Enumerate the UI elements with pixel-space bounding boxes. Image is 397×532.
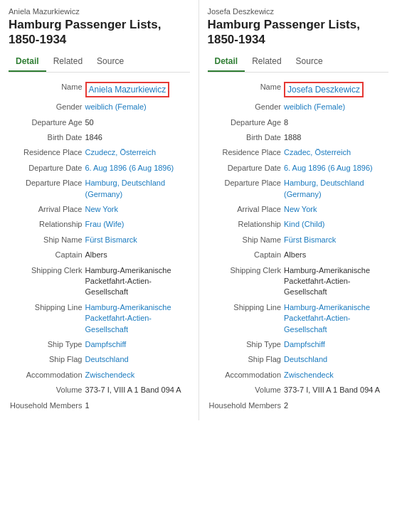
field-label: Relationship xyxy=(9,217,84,232)
table-row: Departure Date6. Aug 1896 (6 Aug 1896) xyxy=(9,161,190,176)
field-label: Volume xyxy=(9,383,84,398)
tab-source[interactable]: Source xyxy=(90,53,131,72)
field-label: Shipping Line xyxy=(208,300,283,337)
tab-source[interactable]: Source xyxy=(289,53,330,72)
field-label: Shipping Line xyxy=(9,300,84,337)
field-label: Gender xyxy=(208,100,283,115)
panel-0: Aniela MazurkiewiczHamburg Passenger Lis… xyxy=(0,0,199,420)
field-label: Relationship xyxy=(208,217,283,232)
field-value[interactable]: weiblich (Female) xyxy=(84,100,190,115)
field-value[interactable]: New York xyxy=(84,202,190,217)
table-row: RelationshipFrau (Wife) xyxy=(9,217,190,232)
field-label: Shipping Clerk xyxy=(9,263,84,300)
field-value[interactable]: Fürst Bismarck xyxy=(84,233,190,248)
field-value[interactable]: Czudecz, Österreich xyxy=(84,145,190,160)
field-label: Ship Type xyxy=(208,337,283,352)
field-value[interactable]: Zwischendeck xyxy=(84,368,190,383)
field-label: Arrival Place xyxy=(9,202,84,217)
table-row: Volume373-7 I, VIII A 1 Band 094 A xyxy=(208,383,389,398)
table-row: Ship TypeDampfschiff xyxy=(208,337,389,352)
field-label: Birth Date xyxy=(208,130,283,145)
table-row: Shipping LineHamburg-Amerikanische Packe… xyxy=(208,300,389,337)
table-row: Arrival PlaceNew York xyxy=(9,202,190,217)
field-value: 373-7 I, VIII A 1 Band 094 A xyxy=(282,383,388,398)
field-label: Arrival Place xyxy=(208,202,283,217)
table-row: RelationshipKind (Child) xyxy=(208,217,389,232)
table-row: Ship FlagDeutschland xyxy=(208,352,389,367)
field-value[interactable]: Frau (Wife) xyxy=(84,217,190,232)
table-row: Departure Age8 xyxy=(208,115,389,130)
field-value[interactable]: 6. Aug 1896 (6 Aug 1896) xyxy=(282,161,388,176)
main-container: Aniela MazurkiewiczHamburg Passenger Lis… xyxy=(0,0,397,420)
table-row: Ship TypeDampfschiff xyxy=(9,337,190,352)
field-value: 2 xyxy=(282,398,388,413)
field-label: Departure Date xyxy=(9,161,84,176)
name-link[interactable]: Josefa Deszkewicz xyxy=(284,82,364,98)
person-name-small: Josefa Deszkewicz xyxy=(208,7,389,16)
table-row: AccommodationZwischendeck xyxy=(9,368,190,383)
table-row: Departure Date6. Aug 1896 (6 Aug 1896) xyxy=(208,161,389,176)
field-value[interactable]: Hamburg, Deutschland (Germany) xyxy=(84,176,190,202)
field-label: Ship Type xyxy=(9,337,84,352)
person-name-small: Aniela Mazurkiewicz xyxy=(9,7,190,16)
table-row: Birth Date1888 xyxy=(208,130,389,145)
field-value: 373-7 I, VIII A 1 Band 094 A xyxy=(84,383,190,398)
field-value[interactable]: Czadec, Österreich xyxy=(282,145,388,160)
table-row: Shipping ClerkHamburg-Amerikanische Pack… xyxy=(208,263,389,300)
tab-detail[interactable]: Detail xyxy=(9,53,46,72)
field-label: Residence Place xyxy=(208,145,283,160)
field-label: Captain xyxy=(208,248,283,262)
panel-1: Josefa DeszkewiczHamburg Passenger Lists… xyxy=(199,0,398,420)
field-value: 1888 xyxy=(282,130,388,145)
field-value[interactable]: Hamburg, Deutschland (Germany) xyxy=(282,176,388,202)
tab-related[interactable]: Related xyxy=(46,53,90,72)
field-value[interactable]: Dampfschiff xyxy=(84,337,190,352)
table-row: NameAniela Mazurkiewicz xyxy=(9,80,190,100)
tabs-bar: DetailRelatedSource xyxy=(9,53,190,73)
table-row: Departure PlaceHamburg, Deutschland (Ger… xyxy=(208,176,389,202)
field-value[interactable]: Fürst Bismarck xyxy=(282,233,388,248)
field-value[interactable]: Hamburg-Amerikanische Packetfahrt-Actien… xyxy=(84,300,190,337)
field-label: Birth Date xyxy=(9,130,84,145)
field-value[interactable]: Dampfschiff xyxy=(282,337,388,352)
field-value[interactable]: Hamburg-Amerikanische Packetfahrt-Actien… xyxy=(282,300,388,337)
field-label: Departure Place xyxy=(9,176,84,202)
field-value[interactable]: Deutschland xyxy=(84,352,190,367)
fields-table: NameAniela MazurkiewiczGenderweiblich (F… xyxy=(9,80,190,413)
tab-detail[interactable]: Detail xyxy=(208,53,245,72)
field-value: 1 xyxy=(84,398,190,413)
field-value: 8 xyxy=(282,115,388,130)
table-row: Shipping ClerkHamburg-Amerikanische Pack… xyxy=(9,263,190,300)
field-value[interactable]: Zwischendeck xyxy=(282,368,388,383)
table-row: AccommodationZwischendeck xyxy=(208,368,389,383)
field-label: Name xyxy=(9,80,84,100)
table-row: Household Members2 xyxy=(208,398,389,413)
table-row: Residence PlaceCzadec, Österreich xyxy=(208,145,389,160)
field-label: Ship Name xyxy=(208,233,283,248)
field-value: Albers xyxy=(282,248,388,262)
field-value: 1846 xyxy=(84,130,190,145)
fields-table: NameJosefa DeszkewiczGenderweiblich (Fem… xyxy=(208,80,389,413)
table-row: Shipping LineHamburg-Amerikanische Packe… xyxy=(9,300,190,337)
field-label: Departure Age xyxy=(9,115,84,130)
field-value[interactable]: weiblich (Female) xyxy=(282,100,388,115)
table-row: CaptainAlbers xyxy=(208,248,389,262)
field-value[interactable]: Josefa Deszkewicz xyxy=(282,80,388,100)
table-row: Arrival PlaceNew York xyxy=(208,202,389,217)
table-row: Birth Date1846 xyxy=(9,130,190,145)
table-row: Residence PlaceCzudecz, Österreich xyxy=(9,145,190,160)
field-value[interactable]: Kind (Child) xyxy=(282,217,388,232)
tab-related[interactable]: Related xyxy=(245,53,288,72)
name-link[interactable]: Aniela Mazurkiewicz xyxy=(85,82,170,98)
tabs-bar: DetailRelatedSource xyxy=(208,53,389,73)
field-label: Ship Flag xyxy=(208,352,283,367)
field-value[interactable]: Aniela Mazurkiewicz xyxy=(84,80,190,100)
field-value[interactable]: New York xyxy=(282,202,388,217)
table-row: Genderweiblich (Female) xyxy=(208,100,389,115)
field-value[interactable]: Deutschland xyxy=(282,352,388,367)
field-value: Albers xyxy=(84,248,190,262)
field-value[interactable]: 6. Aug 1896 (6 Aug 1896) xyxy=(84,161,190,176)
table-row: Ship NameFürst Bismarck xyxy=(208,233,389,248)
field-label: Name xyxy=(208,80,283,100)
record-title: Hamburg Passenger Lists, 1850-1934 xyxy=(9,17,190,48)
